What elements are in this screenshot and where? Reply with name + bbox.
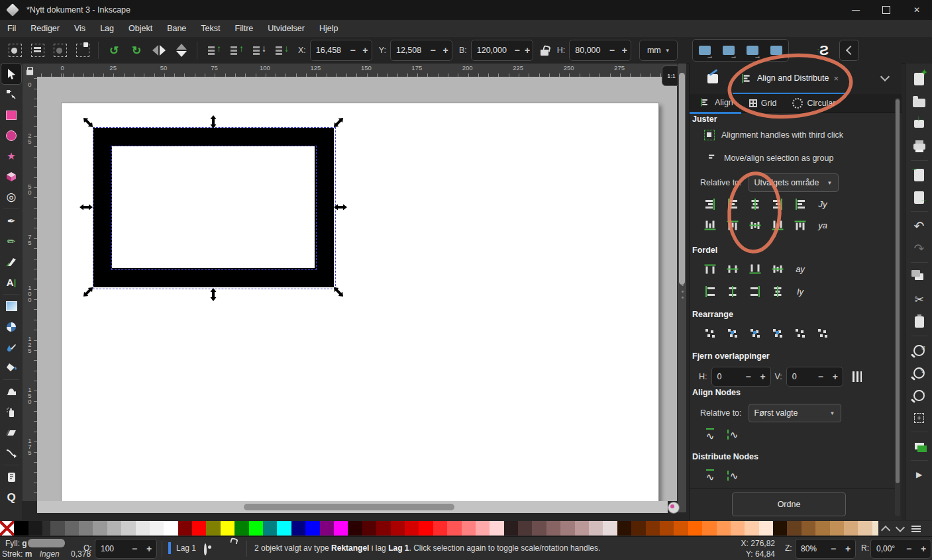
export-image-button[interactable]: → <box>908 187 931 207</box>
close-dialog-icon[interactable]: × <box>833 73 839 83</box>
panel-resize-grip[interactable] <box>680 284 684 299</box>
x-increment-button[interactable]: + <box>359 45 372 56</box>
palette-swatch[interactable] <box>433 521 447 536</box>
palette-swatch[interactable] <box>65 521 79 536</box>
palette-swatch[interactable] <box>717 521 731 536</box>
decrement-button[interactable]: − <box>826 543 841 554</box>
unit-dropdown[interactable]: mm ▼ <box>639 40 678 61</box>
palette-swatch[interactable] <box>646 521 660 536</box>
canvas[interactable] <box>37 77 677 501</box>
center-on-vertical-axis-button[interactable] <box>745 196 765 212</box>
zoom-value[interactable]: 80% <box>796 544 826 553</box>
gradient-tool[interactable] <box>1 296 21 316</box>
palette-swatch[interactable] <box>391 521 405 536</box>
spiral-tool[interactable]: ◎ <box>1 187 21 207</box>
paste-button[interactable] <box>908 312 931 332</box>
align-nodes-horizontal-button[interactable]: ∿ <box>700 426 720 442</box>
snap-popover-button[interactable]: : S <box>811 40 834 60</box>
y-value[interactable]: 12,508 <box>391 46 427 55</box>
maximize-button[interactable] <box>871 0 902 20</box>
distribute-text-h-button[interactable]: ay <box>790 261 810 277</box>
align-nodes-vertical-button[interactable]: ∿ <box>723 426 743 442</box>
menu-item[interactable]: Objekt <box>121 20 160 37</box>
overlap-v-spinbox[interactable]: 0 − + <box>786 367 843 387</box>
guide-lock-corner[interactable] <box>23 64 37 77</box>
menu-item[interactable]: Tekst <box>193 20 227 37</box>
deselect-button[interactable] <box>49 40 72 60</box>
scale-stroke-toggle[interactable] <box>741 40 764 60</box>
palette-swatch[interactable] <box>490 521 503 536</box>
increment-button[interactable]: + <box>756 371 770 382</box>
palette-swatch[interactable] <box>234 521 248 536</box>
distribute-centers-v-button[interactable] <box>723 283 743 299</box>
palette-swatch[interactable] <box>773 521 787 536</box>
palette-swatch[interactable] <box>731 521 745 536</box>
zoom-to-selection-button[interactable]: ⌑ <box>908 340 931 360</box>
flip-horizontal-button[interactable] <box>148 40 170 60</box>
align-bottom-to-top-edge-button[interactable] <box>700 217 720 233</box>
palette-swatch[interactable] <box>575 521 589 536</box>
collapse-panel-button[interactable] <box>839 40 859 61</box>
palette-swatch[interactable] <box>745 521 758 536</box>
width-spinbox[interactable]: 120,000 − + <box>471 40 533 61</box>
tweak-tool[interactable] <box>1 381 21 402</box>
height-value[interactable]: 80,000 <box>570 46 605 55</box>
relative-to-dropdown[interactable]: Utvalgets område ▼ <box>749 173 839 192</box>
palette-swatch[interactable] <box>815 521 829 536</box>
zoom-to-page-button[interactable]: ▫ <box>908 385 931 405</box>
palette-swatch[interactable] <box>348 521 362 536</box>
distribute-gaps-v-button[interactable] <box>768 283 788 299</box>
scale-handle-top-right[interactable] <box>332 116 345 129</box>
cut-button[interactable]: ✂ <box>908 289 931 309</box>
select-all-layers-button[interactable] <box>26 40 49 60</box>
scale-corners-toggle[interactable] <box>764 40 788 60</box>
width-value[interactable]: 120,000 <box>472 46 512 55</box>
palette-scroll-down-icon[interactable] <box>896 522 905 532</box>
opacity-spinbox[interactable]: 100 − + <box>95 539 157 559</box>
palette-swatch[interactable] <box>28 521 42 536</box>
move-gradients-toggle[interactable] <box>693 40 717 60</box>
palette-swatch[interactable] <box>759 521 773 536</box>
close-button[interactable]: ✕ <box>902 0 932 20</box>
align-nodes-relative-dropdown[interactable]: Først valgte ▼ <box>749 404 841 422</box>
palette-swatch[interactable] <box>320 521 334 536</box>
palette-swatch[interactable] <box>50 521 64 536</box>
overlap-v-value[interactable]: 0 <box>787 372 813 381</box>
palette-swatch[interactable] <box>787 521 801 536</box>
eraser-tool[interactable] <box>1 422 21 443</box>
menu-item[interactable]: Utvidelser <box>260 20 312 37</box>
import-image-button[interactable]: → <box>908 165 931 185</box>
fill-color-swatch[interactable] <box>28 539 65 547</box>
increment-button[interactable]: + <box>916 543 931 554</box>
increment-button[interactable]: + <box>142 543 156 554</box>
star-tool[interactable]: ★ <box>1 146 21 166</box>
raise-to-top-button[interactable]: ↑ <box>201 40 224 60</box>
palette-swatch[interactable] <box>802 521 815 536</box>
rectangle-tool[interactable] <box>1 105 21 125</box>
palette-swatch[interactable] <box>178 521 192 536</box>
node-tool[interactable] <box>1 84 21 105</box>
swatches-dialog-button[interactable] <box>908 436 931 456</box>
decrement-button[interactable]: − <box>127 543 142 554</box>
palette-swatch[interactable] <box>164 521 178 536</box>
palette-scroll-up-icon[interactable] <box>881 525 890 534</box>
menu-item[interactable]: Hjelp <box>312 20 346 37</box>
distribute-nodes-horizontal-button[interactable]: ∿ <box>700 467 720 483</box>
palette-swatch[interactable] <box>631 521 645 536</box>
flip-vertical-button[interactable] <box>170 40 193 60</box>
increment-button[interactable]: + <box>828 371 843 382</box>
palette-swatch[interactable] <box>532 521 546 536</box>
lower-to-bottom-button[interactable]: ↓ <box>269 40 291 60</box>
center-on-horizontal-axis-button[interactable] <box>745 217 765 233</box>
pencil-tool[interactable]: ✏ <box>1 231 21 252</box>
palette-menu-icon[interactable] <box>911 526 921 532</box>
palette-swatch[interactable] <box>376 521 390 536</box>
vertical-ruler[interactable]: 0255075100125150175 <box>23 77 37 501</box>
open-document-button[interactable] <box>908 91 931 111</box>
connector-tool[interactable] <box>1 443 21 463</box>
lower-button[interactable]: ↓ <box>246 40 269 60</box>
palette-swatch[interactable] <box>504 521 518 536</box>
palette-swatch[interactable] <box>221 521 234 536</box>
zoom-tool[interactable]: Q <box>1 487 21 508</box>
palette-swatch[interactable] <box>462 521 476 536</box>
